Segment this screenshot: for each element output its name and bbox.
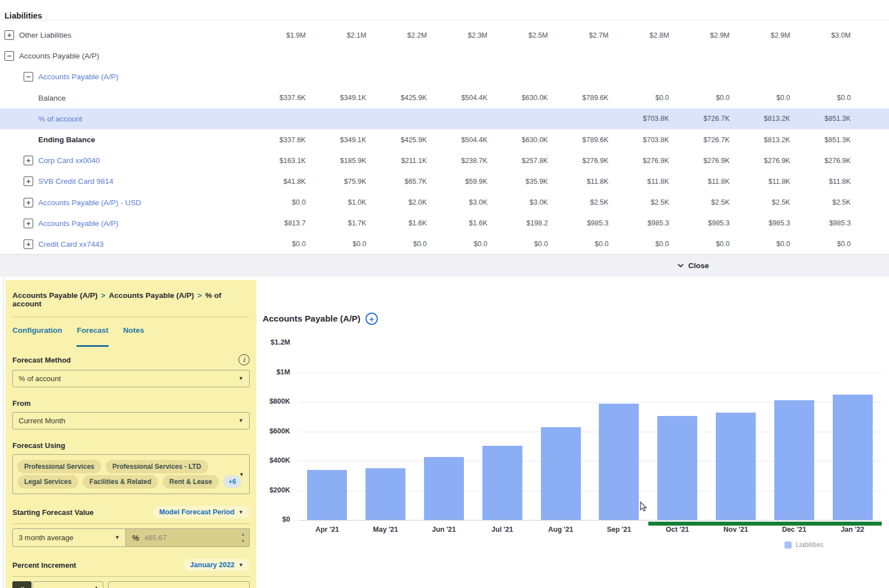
spinner-down-icon[interactable]: ▼ <box>241 539 245 544</box>
cell-value[interactable]: $35.9K <box>495 178 556 186</box>
forecast-using-tag[interactable]: Rent & Lease <box>163 475 219 489</box>
cell-value[interactable]: $3.0M <box>798 31 859 39</box>
row-label[interactable]: −Accounts Payable (A/P) <box>0 72 253 82</box>
cell-value[interactable]: $185.9K <box>314 157 374 165</box>
cell-value[interactable]: $851.3K <box>798 115 859 123</box>
row-label[interactable]: +Corp Card xx0040 <box>0 156 253 165</box>
forecast-method-select[interactable]: % of account ▼ <box>12 370 250 387</box>
duration-select[interactable]: 12 Months ▼ <box>108 581 250 588</box>
increment-stepper[interactable]: ▲▼ <box>94 585 98 588</box>
cell-value[interactable]: $276.9K <box>798 157 859 165</box>
bar-Jul '21[interactable] <box>482 446 522 520</box>
cell-value[interactable]: $1.6K <box>435 219 495 227</box>
cell-value[interactable]: $630.0K <box>495 94 556 102</box>
value-stepper[interactable]: ▲▼ <box>241 532 245 543</box>
bar-May '21[interactable] <box>365 468 405 520</box>
cell-value[interactable]: $0.0 <box>253 240 314 248</box>
info-icon[interactable]: i <box>238 354 250 365</box>
tab-configuration[interactable]: Configuration <box>12 326 62 347</box>
cell-value[interactable]: $0.0 <box>677 240 738 248</box>
cell-value[interactable]: $2.2M <box>374 31 435 39</box>
breadcrumb-item[interactable]: Accounts Payable (A/P) <box>109 291 194 300</box>
average-method-select[interactable]: 3 month average ▼ <box>12 528 126 547</box>
breadcrumb-item[interactable]: Accounts Payable (A/P) <box>12 291 98 300</box>
cell-value[interactable]: $2.3M <box>435 31 495 39</box>
cell-value[interactable]: $211.1K <box>374 157 435 165</box>
cell-value[interactable]: $276.9K <box>556 157 616 165</box>
number-format-button[interactable]: # <box>12 581 31 588</box>
cell-value[interactable]: $238.7K <box>435 157 495 165</box>
cell-value[interactable]: $1.9M <box>253 31 314 39</box>
bar-Dec '21[interactable] <box>774 400 814 520</box>
cell-value[interactable]: $0.0 <box>616 94 677 102</box>
cell-value[interactable]: $630.0K <box>495 136 556 144</box>
cell-value[interactable]: $11.8K <box>738 178 798 186</box>
cell-value[interactable]: $276.9K <box>616 157 677 165</box>
cell-value[interactable]: $11.8K <box>798 178 859 186</box>
expand-icon[interactable]: + <box>24 219 33 228</box>
cell-value[interactable]: $789.6K <box>556 136 616 144</box>
spinner-up-icon[interactable]: ▲ <box>241 532 245 537</box>
cell-value[interactable]: $0.0 <box>798 240 859 248</box>
cell-value[interactable]: $813.2K <box>738 136 798 144</box>
cell-value[interactable]: $2.5K <box>556 198 616 206</box>
increment-value-field[interactable]: 0.00 ▲▼ <box>33 581 103 588</box>
cell-value[interactable]: $59.9K <box>435 178 495 186</box>
cell-value[interactable]: $425.9K <box>374 94 435 102</box>
cell-value[interactable]: $504.4K <box>435 136 495 144</box>
cell-value[interactable]: $0.0 <box>556 240 616 248</box>
cell-value[interactable]: $2.5K <box>738 198 798 206</box>
forecast-using-tag[interactable]: Facilities & Related <box>83 475 158 489</box>
cell-value[interactable]: $0.0 <box>314 240 374 248</box>
bar-Jun '21[interactable] <box>424 457 464 520</box>
cell-value[interactable]: $0.0 <box>738 240 798 248</box>
expand-icon[interactable]: + <box>24 198 33 207</box>
cell-value[interactable]: $3.0K <box>435 198 495 206</box>
row-label[interactable]: +Credit Card xx7443 <box>0 239 253 249</box>
cell-value[interactable]: $75.9K <box>314 178 374 186</box>
cell-value[interactable]: $257.8K <box>495 157 556 165</box>
cell-value[interactable]: $813.2K <box>738 115 798 123</box>
forecast-using-tag[interactable]: Professional Services <box>17 460 101 473</box>
tab-notes[interactable]: Notes <box>123 326 145 347</box>
bar-Jan '22[interactable] <box>833 395 873 520</box>
cell-value[interactable]: $276.9K <box>677 157 738 165</box>
collapse-icon[interactable]: − <box>24 72 33 82</box>
collapse-icon[interactable]: − <box>4 51 14 61</box>
bar-Sep '21[interactable] <box>599 404 639 520</box>
cell-value[interactable]: $813.7 <box>253 219 314 227</box>
forecast-using-select[interactable]: Professional ServicesProfessional Servic… <box>12 454 250 494</box>
expand-icon[interactable]: + <box>24 156 33 165</box>
expand-icon[interactable]: + <box>24 177 33 186</box>
cell-value[interactable]: $198.2 <box>495 219 556 227</box>
row-label[interactable]: % of account <box>0 115 253 123</box>
cell-value[interactable]: $726.7K <box>677 136 738 144</box>
cell-value[interactable]: $2.5K <box>677 198 738 206</box>
expand-icon[interactable]: + <box>24 239 33 249</box>
cell-value[interactable]: $2.0K <box>374 198 435 206</box>
cell-value[interactable]: $2.9M <box>677 31 738 39</box>
bar-Aug '21[interactable] <box>541 427 581 520</box>
cell-value[interactable]: $425.9K <box>374 136 435 144</box>
percent-value-field[interactable]: % 465.67 ▲▼ <box>126 528 250 547</box>
cell-value[interactable]: $985.3 <box>677 219 738 227</box>
cell-value[interactable]: $0.0 <box>616 240 677 248</box>
model-forecast-period-selector[interactable]: Model Forecast Period ▼ <box>153 506 250 518</box>
expand-icon[interactable]: + <box>4 30 14 40</box>
cell-value[interactable]: $11.8K <box>556 178 616 186</box>
cell-value[interactable]: $2.7M <box>556 31 616 39</box>
cell-value[interactable]: $349.1K <box>314 136 374 144</box>
forecast-using-tag[interactable]: Legal Services <box>17 475 78 489</box>
cell-value[interactable]: $703.8K <box>616 136 677 144</box>
cell-value[interactable]: $0.0 <box>738 94 798 102</box>
row-label[interactable]: +Accounts Payable (A/P) <box>0 219 253 228</box>
add-chart-icon[interactable]: + <box>365 313 378 325</box>
cell-value[interactable]: $1.0K <box>314 198 374 206</box>
cell-value[interactable]: $726.7K <box>677 115 738 123</box>
cell-value[interactable]: $789.6K <box>556 94 616 102</box>
cell-value[interactable]: $163.1K <box>253 157 314 165</box>
close-button[interactable]: Close <box>678 255 709 277</box>
cell-value[interactable]: $0.0 <box>253 198 314 206</box>
cell-value[interactable]: $985.3 <box>616 219 677 227</box>
cell-value[interactable]: $2.1M <box>314 31 374 39</box>
